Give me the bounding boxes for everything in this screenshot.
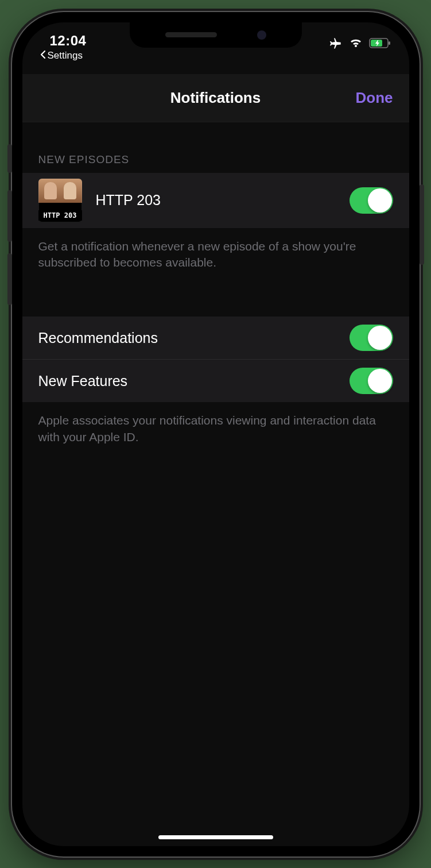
new-episodes-footer: Get a notification whenever a new episod… xyxy=(22,228,409,281)
general-list: Recommendations New Features xyxy=(22,317,409,402)
volume-down-button[interactable] xyxy=(7,253,12,305)
wifi-icon xyxy=(348,37,363,49)
toggle-http-203[interactable] xyxy=(350,187,393,214)
row-new-features[interactable]: New Features xyxy=(22,359,409,402)
volume-up-button[interactable] xyxy=(7,190,12,242)
home-indicator[interactable] xyxy=(158,835,273,839)
row-recommendations[interactable]: Recommendations xyxy=(22,317,409,359)
nav-bar: Notifications Done xyxy=(22,74,409,122)
podcast-row-http-203[interactable]: HTTP 203 HTTP 203 xyxy=(22,173,409,228)
toggle-recommendations[interactable] xyxy=(350,325,393,351)
screen: 12:04 Settings xyxy=(22,22,409,846)
breadcrumb-back[interactable]: Settings xyxy=(40,50,87,62)
battery-charging-icon xyxy=(369,37,392,49)
breadcrumb-label: Settings xyxy=(48,50,83,61)
done-button[interactable]: Done xyxy=(356,89,393,107)
power-button[interactable] xyxy=(420,184,424,265)
phone-frame: 12:04 Settings xyxy=(12,12,420,857)
podcast-title: HTTP 203 xyxy=(96,192,336,209)
podcast-artwork-caption: HTTP 203 xyxy=(38,210,82,221)
chevron-left-icon xyxy=(40,50,46,62)
airplane-icon xyxy=(329,36,343,50)
general-footer: Apple associates your notifications view… xyxy=(22,402,409,456)
section-header-new-episodes: NEW EPISODES xyxy=(22,122,409,173)
row-label-recommendations: Recommendations xyxy=(38,330,336,346)
front-camera xyxy=(257,30,266,40)
speaker-grille xyxy=(165,32,217,37)
page-title: Notifications xyxy=(170,89,261,107)
status-time: 12:04 xyxy=(40,33,87,49)
new-episodes-list: HTTP 203 HTTP 203 xyxy=(22,173,409,228)
svg-rect-1 xyxy=(389,41,390,45)
podcast-artwork: HTTP 203 xyxy=(38,179,82,222)
content-area: NEW EPISODES HTTP 203 HTTP 203 Get a not… xyxy=(22,122,409,456)
notch xyxy=(130,22,302,48)
row-label-new-features: New Features xyxy=(38,373,336,389)
section-spacer xyxy=(22,281,409,317)
mute-switch[interactable] xyxy=(7,144,12,173)
toggle-new-features[interactable] xyxy=(350,368,393,394)
